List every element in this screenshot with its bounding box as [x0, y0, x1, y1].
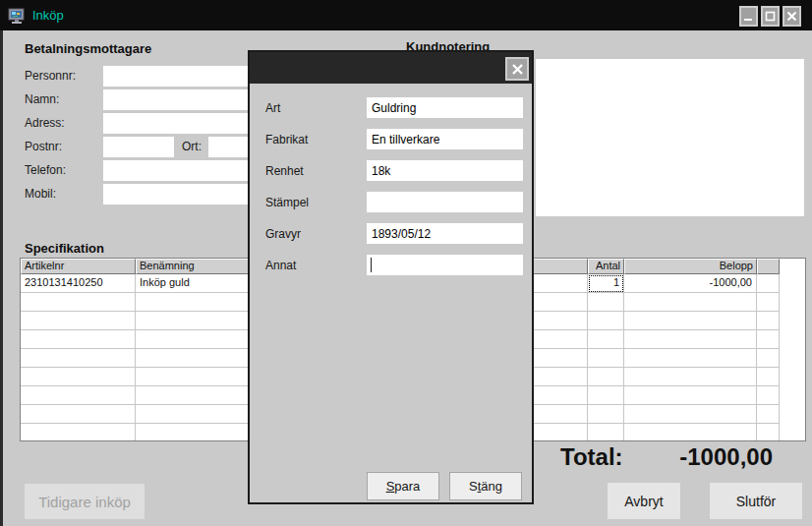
- grid-cell[interactable]: [588, 330, 624, 349]
- avbryt-button[interactable]: Avbryt: [608, 483, 680, 519]
- text-caret: [371, 258, 372, 272]
- grid-cell[interactable]: [757, 368, 780, 386]
- grid-cell[interactable]: [624, 368, 757, 386]
- postnr-label: Postnr:: [25, 140, 62, 153]
- grid-cell[interactable]: 1: [588, 274, 624, 293]
- namn-label: Namn:: [25, 92, 59, 106]
- annat-label: Annat: [265, 259, 296, 272]
- recipient-heading: Betalningsmottagare: [25, 41, 151, 56]
- spara-button[interactable]: Spara: [367, 472, 439, 500]
- total-value: -1000,00: [609, 443, 773, 471]
- column-header[interactable]: [757, 259, 780, 274]
- window-left-border: [0, 30, 3, 526]
- grid-cell[interactable]: [757, 386, 780, 405]
- close-icon: [786, 11, 797, 22]
- art-label: Art: [265, 101, 280, 115]
- grid-cell[interactable]: 2310131410250: [21, 274, 136, 293]
- grid-cell[interactable]: [588, 368, 624, 386]
- grid-cell[interactable]: [757, 274, 780, 293]
- adress-label: Adress:: [25, 116, 65, 130]
- renhet-label: Renhet: [265, 164, 304, 178]
- close-button[interactable]: [783, 6, 801, 27]
- customer-note-textarea[interactable]: [536, 59, 804, 216]
- minimize-button[interactable]: [739, 6, 758, 27]
- renhet-field[interactable]: [367, 160, 523, 181]
- personnr-label: Personnr:: [25, 69, 76, 83]
- dialog-close-icon: [511, 63, 524, 76]
- grid-cell[interactable]: -1000,00: [624, 274, 757, 293]
- grid-cell[interactable]: [624, 424, 757, 441]
- grid-cell[interactable]: [588, 424, 624, 441]
- art-field[interactable]: [367, 97, 523, 118]
- grid-cell[interactable]: [21, 368, 136, 386]
- computer-icon: [8, 7, 26, 25]
- column-header[interactable]: Artikelnr: [21, 259, 136, 274]
- grid-cell[interactable]: [588, 405, 624, 424]
- grid-cell[interactable]: [21, 386, 136, 405]
- column-header[interactable]: Belopp: [624, 259, 757, 274]
- item-dialog: Art Fabrikat Renhet Stämpel Gravyr Annat…: [248, 50, 534, 504]
- dialog-titlebar[interactable]: [250, 52, 532, 84]
- grid-cell[interactable]: [21, 293, 136, 312]
- grid-cell[interactable]: [757, 405, 780, 424]
- specification-heading: Specifikation: [25, 241, 104, 256]
- grid-cell[interactable]: [588, 386, 624, 405]
- gravyr-field[interactable]: [367, 223, 523, 244]
- slutfor-button[interactable]: Slutför: [710, 483, 802, 519]
- maximize-icon: [765, 11, 776, 22]
- grid-cell[interactable]: [588, 312, 624, 330]
- stang-button[interactable]: Stäng: [449, 472, 522, 500]
- maximize-button[interactable]: [761, 6, 780, 27]
- fabrikat-field[interactable]: [367, 129, 523, 149]
- fabrikat-label: Fabrikat: [265, 133, 308, 146]
- inkop-window: Inköp Betalningsmottagare Personnr: Namn…: [0, 0, 812, 526]
- stampel-label: Stämpel: [265, 196, 309, 209]
- column-header[interactable]: Antal: [588, 259, 624, 274]
- window-titlebar[interactable]: Inköp: [0, 0, 812, 30]
- grid-cell[interactable]: [588, 293, 624, 312]
- grid-cell[interactable]: [21, 330, 136, 349]
- grid-cell[interactable]: [624, 405, 757, 424]
- grid-cell[interactable]: [757, 293, 780, 312]
- telefon-label: Telefon:: [25, 163, 66, 177]
- grid-cell[interactable]: [624, 312, 757, 330]
- window-controls: [739, 6, 801, 27]
- grid-cell[interactable]: [624, 386, 757, 405]
- dialog-close-button[interactable]: [505, 57, 529, 81]
- grid-cell[interactable]: [588, 349, 624, 368]
- annat-field-wrap: [367, 255, 523, 275]
- grid-cell[interactable]: [21, 312, 136, 330]
- window-title: Inköp: [32, 8, 64, 23]
- grid-cell[interactable]: [21, 349, 136, 368]
- postnr-field[interactable]: [103, 137, 174, 157]
- grid-cell[interactable]: [21, 405, 136, 424]
- grid-cell[interactable]: [757, 424, 780, 441]
- grid-cell[interactable]: [624, 349, 757, 368]
- ort-label: Ort:: [182, 140, 202, 153]
- annat-field[interactable]: [367, 255, 523, 275]
- grid-cell[interactable]: [757, 330, 780, 349]
- stampel-field[interactable]: [367, 192, 523, 212]
- mobil-label: Mobil:: [25, 187, 56, 201]
- tidigare-inkop-button[interactable]: Tidigare inköp: [25, 484, 145, 519]
- grid-cell[interactable]: [757, 312, 780, 330]
- grid-cell[interactable]: [624, 330, 757, 349]
- grid-cell[interactable]: [757, 349, 780, 368]
- minimize-icon: [743, 10, 754, 23]
- grid-cell[interactable]: [624, 293, 757, 312]
- grid-cell[interactable]: [21, 424, 136, 441]
- gravyr-label: Gravyr: [265, 227, 301, 241]
